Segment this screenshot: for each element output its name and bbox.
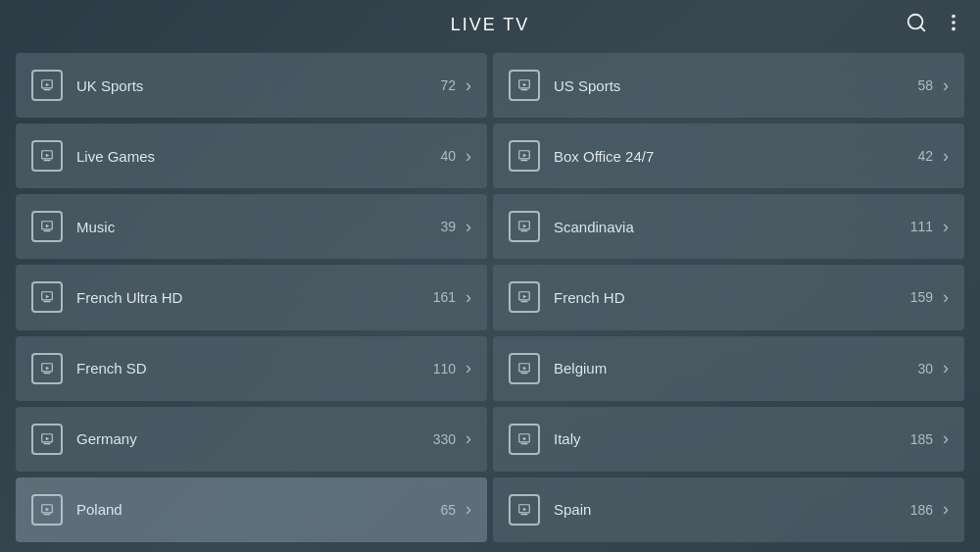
item-count: 330 (433, 431, 456, 447)
chevron-right-icon: › (943, 499, 949, 520)
item-count: 58 (917, 77, 933, 93)
play-icon (509, 140, 540, 172)
more-options-icon[interactable] (943, 12, 964, 38)
chevron-right-icon: › (466, 428, 471, 449)
item-count: 72 (440, 77, 456, 93)
svg-marker-30 (46, 366, 50, 370)
item-count: 42 (917, 148, 933, 164)
search-icon[interactable] (906, 12, 927, 38)
play-icon (31, 353, 63, 384)
item-label: UK Sports (76, 77, 440, 94)
grid-item-italy[interactable]: Italy 185 › (493, 407, 964, 472)
chevron-right-icon: › (943, 358, 949, 378)
item-label: Italy (554, 430, 910, 447)
grid-item-live-games[interactable]: Live Games 40 › (16, 124, 487, 188)
item-label: Live Games (76, 148, 440, 165)
item-label: Scandinavia (554, 219, 910, 235)
play-icon (509, 211, 540, 242)
svg-marker-33 (523, 366, 527, 370)
chevron-right-icon: › (466, 287, 471, 308)
item-label: Belgium (554, 360, 917, 376)
svg-marker-24 (46, 295, 50, 299)
chevron-right-icon: › (943, 75, 949, 96)
item-count: 30 (917, 361, 933, 376)
header: LIVE TV (0, 0, 980, 49)
play-icon (509, 281, 540, 313)
chevron-right-icon: › (943, 287, 949, 308)
svg-marker-42 (46, 508, 50, 512)
item-label: US Sports (554, 77, 917, 94)
grid-item-french-hd[interactable]: French HD 159 › (493, 265, 964, 329)
grid-item-uk-sports[interactable]: UK Sports 72 › (16, 53, 487, 118)
svg-marker-36 (46, 436, 50, 440)
chevron-right-icon: › (466, 217, 471, 237)
play-icon (509, 70, 540, 101)
svg-marker-15 (523, 154, 527, 158)
grid-item-spain[interactable]: Spain 186 › (493, 477, 964, 542)
svg-marker-39 (523, 436, 527, 440)
item-count: 65 (440, 502, 456, 518)
play-icon (509, 424, 540, 455)
item-count: 40 (440, 148, 456, 164)
svg-line-1 (920, 26, 924, 30)
grid-item-us-sports[interactable]: US Sports 58 › (493, 53, 964, 118)
item-label: French HD (554, 289, 910, 306)
grid-item-belgium[interactable]: Belgium 30 › (493, 336, 964, 401)
svg-marker-18 (46, 225, 50, 228)
grid-item-music[interactable]: Music 39 › (16, 194, 487, 259)
item-label: Germany (76, 430, 433, 447)
play-icon (509, 353, 540, 384)
grid-item-box-office[interactable]: Box Office 24/7 42 › (493, 124, 964, 188)
play-icon (31, 140, 63, 172)
svg-marker-27 (523, 295, 527, 299)
chevron-right-icon: › (466, 75, 471, 96)
channel-grid: UK Sports 72 › US Sports 58 › (0, 49, 980, 552)
svg-point-4 (952, 26, 956, 30)
play-icon (31, 211, 63, 242)
svg-marker-6 (46, 83, 50, 87)
chevron-right-icon: › (466, 499, 471, 520)
grid-item-french-sd[interactable]: French SD 110 › (16, 336, 487, 401)
chevron-right-icon: › (466, 358, 471, 378)
page-title: LIVE TV (451, 15, 530, 35)
item-count: 111 (910, 219, 933, 234)
grid-item-germany[interactable]: Germany 330 › (16, 407, 487, 472)
item-count: 39 (440, 219, 456, 234)
svg-point-3 (952, 21, 956, 25)
play-icon (31, 424, 63, 455)
svg-marker-21 (523, 225, 527, 228)
svg-marker-12 (46, 154, 50, 158)
item-label: Music (76, 219, 440, 235)
chevron-right-icon: › (943, 428, 949, 449)
svg-marker-9 (523, 83, 527, 87)
item-count: 186 (910, 502, 933, 518)
app-container: LIVE TV (0, 0, 980, 552)
play-icon (31, 281, 63, 313)
header-icons (906, 12, 964, 38)
item-count: 110 (433, 361, 456, 376)
play-icon (31, 494, 63, 526)
item-label: French SD (76, 360, 433, 376)
play-icon (509, 494, 540, 526)
grid-item-poland[interactable]: Poland 65 › (16, 477, 487, 542)
chevron-right-icon: › (943, 217, 949, 237)
item-count: 159 (910, 289, 933, 305)
item-label: Spain (554, 501, 910, 518)
grid-item-scandinavia[interactable]: Scandinavia 111 › (493, 194, 964, 259)
grid-item-french-ultra-hd[interactable]: French Ultra HD 161 › (16, 265, 487, 329)
chevron-right-icon: › (466, 146, 471, 167)
item-label: Box Office 24/7 (554, 148, 917, 165)
item-count: 161 (433, 289, 456, 305)
svg-marker-45 (523, 508, 527, 512)
play-icon (31, 70, 63, 101)
chevron-right-icon: › (943, 146, 949, 167)
item-count: 185 (910, 431, 933, 447)
svg-point-2 (952, 14, 956, 18)
item-label: French Ultra HD (76, 289, 433, 306)
item-label: Poland (76, 501, 440, 518)
